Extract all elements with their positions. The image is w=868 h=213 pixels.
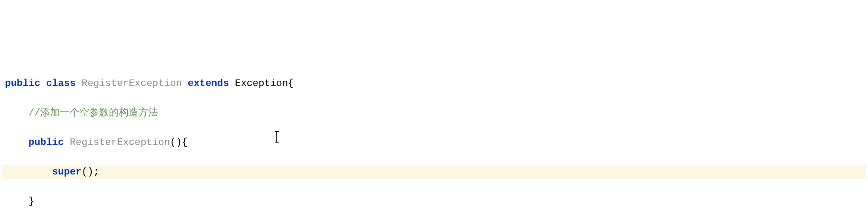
parens-brace: (){ xyxy=(170,137,188,148)
keyword-public: public xyxy=(5,78,40,89)
code-line-4-highlighted[interactable]: super(); xyxy=(2,165,866,179)
code-line-2[interactable]: //添加一个空参数的构造方法 xyxy=(2,106,866,120)
text-cursor-icon xyxy=(276,137,277,148)
keyword-public: public xyxy=(29,137,64,148)
superclass-identifier: Exception xyxy=(235,78,288,89)
class-identifier: RegisterException xyxy=(81,78,182,89)
code-line-5[interactable]: } xyxy=(2,194,866,209)
constructor-identifier: RegisterException xyxy=(70,137,170,148)
super-call-tail: (); xyxy=(81,166,99,177)
code-line-1[interactable]: public class RegisterException extends E… xyxy=(2,76,866,91)
line-comment: //添加一个空参数的构造方法 xyxy=(29,107,158,118)
keyword-extends: extends xyxy=(188,78,229,89)
code-editor[interactable]: public class RegisterException extends E… xyxy=(2,61,866,213)
keyword-class: class xyxy=(46,78,76,89)
code-line-3[interactable]: public RegisterException(){ xyxy=(2,135,866,150)
keyword-super: super xyxy=(52,166,81,177)
brace-open: { xyxy=(288,78,294,89)
brace-close: } xyxy=(29,196,34,207)
